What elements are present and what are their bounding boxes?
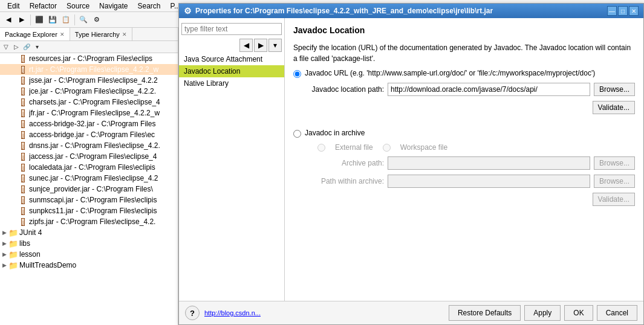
tab-package-explorer-label: Package Explorer <box>5 31 57 38</box>
nav-menu-btn[interactable]: ▾ <box>268 39 282 52</box>
tree-item[interactable]: jaccess-bridge.jar - C:\Program Files\ec <box>0 129 178 140</box>
menu-refactor[interactable]: Refactor <box>25 2 62 10</box>
validate-archive-row: Validate... <box>305 193 635 206</box>
nav-native-library[interactable]: Native Library <box>179 77 284 89</box>
cancel-btn[interactable]: Cancel <box>597 305 637 321</box>
left-panel: Package Explorer ✕ Type Hierarchy ✕ ▽ ▷ … <box>0 28 178 325</box>
tree-item[interactable]: jsunec.jar - C:\Program Files\eclipse_4.… <box>0 173 178 184</box>
radio-url-option: Javadoc URL (e.g. 'http://www.sample-url… <box>293 69 635 78</box>
panel-menu-btn[interactable]: ▾ <box>32 42 42 52</box>
tab-type-hierarchy[interactable]: Type Hierarchy ✕ <box>70 28 132 40</box>
ok-btn[interactable]: OK <box>564 305 593 321</box>
browse-within-btn: Browse... <box>594 175 635 188</box>
validate-url-btn[interactable]: Validate... <box>593 101 635 114</box>
restore-defaults-btn[interactable]: Restore Defaults <box>449 305 521 321</box>
toolbar-save[interactable]: 💾 <box>47 14 59 26</box>
jar-icon: j <box>18 98 28 106</box>
panel-expand-btn[interactable]: ▷ <box>11 42 21 52</box>
tree-item[interactable]: jsunjce_provider.jar - C:\Program Files\ <box>0 184 178 195</box>
nav-javadoc-location[interactable]: Javadoc Location <box>179 65 284 77</box>
toolbar-copy[interactable]: 📋 <box>60 14 72 26</box>
tree-item-label: localedata.jar - C:\Program Files\eclipi… <box>29 163 155 172</box>
validate-archive-btn: Validate... <box>593 193 635 206</box>
filter-box <box>181 23 282 35</box>
folder-icon: 📁 <box>8 261 18 270</box>
jar-icon: j <box>18 76 28 85</box>
toolbar-settings[interactable]: ⚙ <box>91 14 103 26</box>
dialog-close-btn[interactable]: ✕ <box>629 6 639 16</box>
radio-url-input[interactable] <box>293 70 301 78</box>
archive-path-input <box>388 156 590 170</box>
nav-java-source[interactable]: Java Source Attachment <box>179 53 284 65</box>
tree-item[interactable]: jsunpkcs11.jar - C:\Program Files\eclipi… <box>0 205 178 216</box>
tree-item[interactable]: jaccess-bridge-32.jar - C:\Program Files <box>0 118 178 129</box>
radio-workspace-input <box>383 144 391 152</box>
apply-btn[interactable]: Apply <box>524 305 561 321</box>
tree-item[interactable]: ▶📁JUnit 4 <box>0 227 178 238</box>
browse-url-btn[interactable]: Browse... <box>594 83 635 96</box>
jar-icon: j <box>18 174 28 182</box>
tree-item[interactable]: ▶📁lesson <box>0 249 178 260</box>
toolbar-search[interactable]: 🔍 <box>77 14 89 26</box>
dialog-body: ◀ ▶ ▾ Java Source Attachment Javadoc Loc… <box>179 18 643 301</box>
tree-expand-icon[interactable]: ▶ <box>0 251 8 257</box>
jar-icon: j <box>18 196 28 204</box>
validate-url-row: Validate... <box>305 101 635 114</box>
tree-item[interactable]: jsunmscapi.jar - C:\Program Files\eclipi… <box>0 195 178 205</box>
tree-item[interactable]: ▶📁MuiltTreadsDemo <box>0 260 178 271</box>
path-within-input <box>388 175 590 188</box>
nav-forward-btn[interactable]: ▶ <box>254 39 267 52</box>
tree-item-label: resources.jar - C:\Program Files\eclips <box>29 54 152 63</box>
dialog-maximize-btn[interactable]: □ <box>618 6 628 16</box>
help-btn[interactable]: ? <box>185 306 200 320</box>
tree-item[interactable]: jjaccess.jar - C:\Program Files\eclipse_… <box>0 151 178 162</box>
toolbar-forward[interactable]: ▶ <box>16 14 28 26</box>
menu-source[interactable]: Source <box>62 2 94 10</box>
tree-expand-icon[interactable]: ▶ <box>0 262 8 268</box>
tree-item[interactable]: jdnsns.jar - C:\Program Files\eclipse_4.… <box>0 140 178 151</box>
menu-navigate[interactable]: Navigate <box>94 2 132 10</box>
nav-javadoc-label: Javadoc Location <box>184 67 240 76</box>
nav-back-btn[interactable]: ◀ <box>239 39 253 52</box>
tree-item[interactable]: jresources.jar - C:\Program Files\eclips <box>0 53 178 64</box>
panel-toolbar: ▽ ▷ 🔗 ▾ <box>0 41 178 53</box>
tree-item[interactable]: jjfr.jar - C:\Program Files\eclipse_4.2.… <box>0 108 178 118</box>
dialog-minimize-btn[interactable]: — <box>607 6 617 16</box>
filter-input[interactable] <box>181 23 282 35</box>
jar-icon: j <box>18 185 28 193</box>
tree-expand-icon[interactable]: ▶ <box>0 240 8 246</box>
jar-icon: j <box>18 207 28 215</box>
javadoc-path-input[interactable] <box>388 83 590 96</box>
dialog-nav-toolbar: ◀ ▶ ▾ <box>179 37 284 53</box>
tab-type-hierarchy-label: Type Hierarchy <box>75 31 120 38</box>
dialog-title: Properties for C:\Program Files\eclipse_… <box>195 7 606 15</box>
jar-icon: j <box>18 120 28 128</box>
tree-item[interactable]: jjsse.jar - C:\Program Files\eclipse_4.2… <box>0 75 178 86</box>
tree-item[interactable]: jcharsets.jar - C:\Program Files\eclipse… <box>0 97 178 108</box>
menu-search[interactable]: Search <box>132 2 165 10</box>
folder-icon: 📁 <box>8 228 18 237</box>
tree-expand-icon[interactable]: ▶ <box>0 230 8 236</box>
tab-package-explorer[interactable]: Package Explorer ✕ <box>0 28 70 40</box>
panel-link-btn[interactable]: 🔗 <box>22 42 31 52</box>
section-divider <box>293 119 635 124</box>
tree-item-label: zipfs.jar - C:\Program Files\eclipse_4.2… <box>29 217 155 226</box>
tab-type-hierarchy-close[interactable]: ✕ <box>122 31 127 37</box>
tree-item[interactable]: jrt.jar - C:\Program Files\eclipse_4.2.2… <box>0 64 178 75</box>
radio-archive-input[interactable] <box>293 130 301 138</box>
dialog-footer: ? http://blog.csdn.n... Restore Defaults… <box>179 301 643 324</box>
tree-item[interactable]: ▶📁libs <box>0 238 178 249</box>
tree-item[interactable]: jlocaledata.jar - C:\Program Files\eclip… <box>0 162 178 173</box>
menu-edit[interactable]: Edit <box>2 2 25 10</box>
jar-icon: j <box>18 87 28 95</box>
panel-collapse-btn[interactable]: ▽ <box>1 42 11 52</box>
tree-item[interactable]: jzipfs.jar - C:\Program Files\eclipse_4.… <box>0 216 178 227</box>
radio-archive-label: Javadoc in archive <box>305 129 365 137</box>
jar-icon: j <box>18 217 28 226</box>
tab-package-explorer-close[interactable]: ✕ <box>60 31 65 37</box>
tree-item-label: jce.jar - C:\Program Files\eclipse_4.2.2… <box>29 87 156 95</box>
toolbar-stop[interactable]: ⬛ <box>33 14 45 26</box>
panel-tabs: Package Explorer ✕ Type Hierarchy ✕ <box>0 28 178 41</box>
toolbar-back[interactable]: ◀ <box>2 14 15 26</box>
tree-item[interactable]: jjce.jar - C:\Program Files\eclipse_4.2.… <box>0 86 178 97</box>
